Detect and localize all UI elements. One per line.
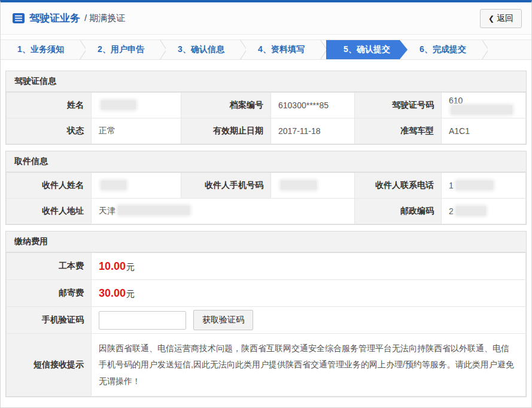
- license-info-section: 驾驶证信息 姓名 档案编号 610300****85 驾驶证号码 610 状态 …: [5, 71, 527, 145]
- fee-unit: 元: [126, 289, 135, 299]
- name-label: 姓名: [7, 93, 92, 118]
- file-number-value: 610300****85: [271, 93, 355, 118]
- name-value: [92, 93, 181, 118]
- step-separator-icon: [317, 40, 326, 59]
- step-1-business-notice: 1、业务须知: [5, 40, 76, 59]
- step-separator-icon: [236, 40, 246, 59]
- table-row: 收件人地址 天津 邮政编码 2: [7, 199, 526, 224]
- license-number-label: 驾驶证号码: [355, 93, 442, 118]
- zip-code-label: 邮政编码: [355, 199, 442, 224]
- driver-license-service-page: 驾驶证业务 / 期满换证 ❮返回 1、业务须知 2、用户申告 3、确认信息 4、…: [0, 0, 532, 408]
- table-row: 手机验证码 获取验证码: [7, 307, 526, 334]
- redacted-text: [118, 206, 190, 215]
- recipient-address-label: 收件人地址: [7, 199, 92, 224]
- payment-section: 缴纳费用 工本费 10.00元 邮寄费 30.00元 手机验证码 获取验证码 短…: [5, 231, 527, 397]
- table-row: 邮寄费 30.00元: [7, 280, 526, 307]
- expiry-date-value: 2017-11-18: [271, 118, 355, 144]
- fee-amount: 30.00: [99, 287, 126, 299]
- recipient-phone-label: 收件人联系电话: [355, 173, 442, 199]
- payment-table: 工本费 10.00元 邮寄费 30.00元 手机验证码 获取验证码 短信接收提示…: [6, 252, 526, 397]
- vehicle-class-label: 准驾车型: [355, 118, 442, 144]
- list-icon: [13, 13, 25, 23]
- table-row: 短信接收提示 因陕西省联通、电信运营商技术问题，陕西省互联网交通安全综合服务管理…: [7, 334, 526, 397]
- expiry-date-label: 有效期止日期: [181, 118, 271, 144]
- page-title: 驾驶证业务: [29, 11, 80, 25]
- step-wizard: 1、业务须知 2、用户申告 3、确认信息 4、资料填写 5、确认提交 6、完成提…: [1, 39, 531, 60]
- redacted-text: [451, 105, 512, 114]
- back-button-label: 返回: [497, 13, 513, 23]
- page-header: 驾驶证业务 / 期满换证 ❮返回: [1, 2, 531, 35]
- step-6-complete-submit: 6、完成提交: [408, 40, 478, 59]
- step-separator-icon: [76, 40, 86, 59]
- step-separator-icon: [156, 40, 166, 59]
- recipient-address-value: 天津: [92, 199, 355, 224]
- recipient-name-value: [92, 173, 181, 199]
- table-row: 工本费 10.00元: [7, 253, 526, 280]
- pickup-section-title: 取件信息: [6, 151, 526, 172]
- fee-unit: 元: [126, 262, 135, 272]
- recipient-mobile-value: [271, 173, 355, 199]
- step-separator-icon: [478, 40, 488, 59]
- pickup-info-section: 取件信息 收件人姓名 收件人手机号码 收件人联系电话 1 收件人地址 天津 邮政…: [5, 151, 527, 225]
- back-button[interactable]: ❮返回: [480, 9, 522, 28]
- table-row: 状态 正常 有效期止日期 2017-11-18 准驾车型 A1C1: [7, 118, 526, 144]
- get-sms-code-button[interactable]: 获取验证码: [193, 310, 253, 330]
- step-5-confirm-submit-active: 5、确认提交: [326, 40, 408, 59]
- file-number-label: 档案编号: [181, 93, 271, 118]
- recipient-phone-value: 1: [442, 173, 526, 199]
- sms-code-input[interactable]: [99, 311, 186, 330]
- license-number-value: 610: [442, 93, 526, 118]
- table-row: 姓名 档案编号 610300****85 驾驶证号码 610: [7, 93, 526, 118]
- license-info-table: 姓名 档案编号 610300****85 驾驶证号码 610 状态 正常 有效期…: [6, 92, 526, 144]
- sms-code-label: 手机验证码: [7, 307, 92, 334]
- postage-fee-label: 邮寄费: [7, 280, 92, 307]
- redacted-text: [281, 181, 317, 190]
- redacted-text: [456, 181, 493, 190]
- redacted-text: [101, 101, 136, 109]
- zip-code-value: 2: [442, 199, 526, 224]
- license-section-title: 驾驶证信息: [6, 71, 526, 92]
- vehicle-class-value: A1C1: [442, 118, 526, 144]
- step-4-fill-data: 4、资料填写: [246, 40, 317, 59]
- payment-section-title: 缴纳费用: [6, 232, 526, 252]
- sms-code-field-cell: 获取验证码: [92, 307, 526, 334]
- postage-fee-value: 30.00元: [92, 280, 526, 307]
- sms-notice-text: 因陕西省联通、电信运营商技术问题，陕西省互联网交通安全综合服务管理平台无法向持陕…: [92, 334, 526, 397]
- redacted-text: [101, 181, 126, 190]
- production-fee-value: 10.00元: [92, 253, 526, 280]
- table-row: 收件人姓名 收件人手机号码 收件人联系电话 1: [7, 173, 526, 199]
- sms-notice-label: 短信接收提示: [7, 334, 92, 397]
- step-2-user-declaration: 2、用户申告: [86, 40, 156, 59]
- recipient-mobile-label: 收件人手机号码: [181, 173, 271, 199]
- production-fee-label: 工本费: [7, 253, 92, 280]
- pickup-info-table: 收件人姓名 收件人手机号码 收件人联系电话 1 收件人地址 天津 邮政编码 2: [6, 172, 526, 224]
- step-3-confirm-info: 3、确认信息: [166, 40, 236, 59]
- fee-amount: 10.00: [99, 260, 126, 272]
- chevron-left-icon: ❮: [488, 14, 494, 23]
- redacted-text: [456, 206, 486, 215]
- recipient-name-label: 收件人姓名: [7, 173, 92, 199]
- status-label: 状态: [7, 118, 92, 144]
- breadcrumb-current: / 期满换证: [84, 13, 125, 24]
- status-value: 正常: [92, 118, 181, 144]
